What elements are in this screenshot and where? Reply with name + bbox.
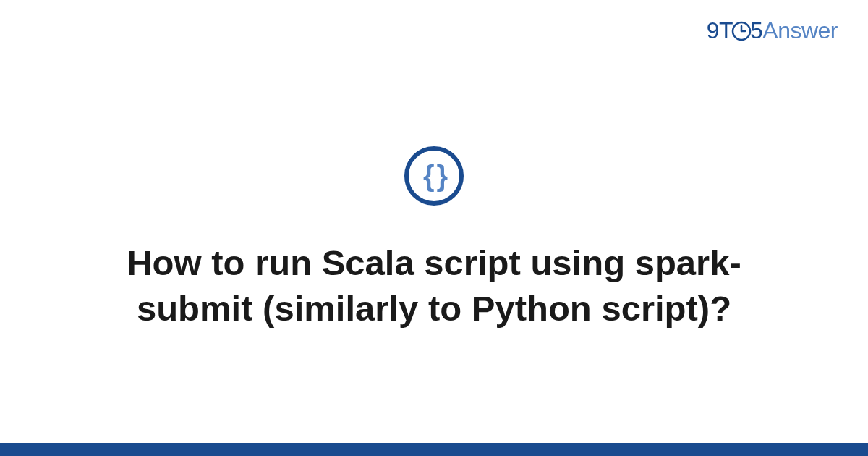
site-logo: 9T5Answer xyxy=(707,17,838,44)
footer-accent-bar xyxy=(0,443,868,456)
logo-9t-text: 9T xyxy=(707,17,733,43)
logo-answer-text: Answer xyxy=(762,17,838,43)
clock-icon xyxy=(731,21,752,41)
code-braces-icon: { } xyxy=(423,160,445,193)
main-content: { } How to run Scala script using spark-… xyxy=(0,0,868,456)
category-icon-container: { } xyxy=(404,146,464,206)
logo-5-text: 5 xyxy=(750,17,762,43)
question-title: How to run Scala script using spark-subm… xyxy=(87,240,781,331)
